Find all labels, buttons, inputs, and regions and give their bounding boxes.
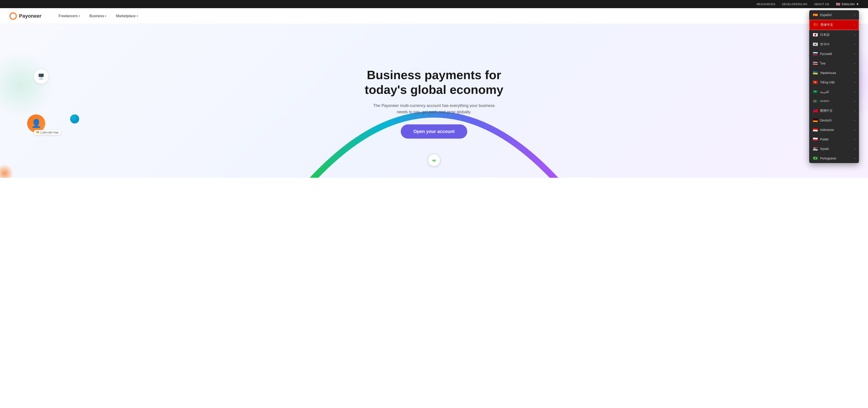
lang-chevron-icon: › <box>855 90 855 93</box>
lang-option[interactable]: 🇪🇸 Español › <box>809 10 859 20</box>
lang-name: Español <box>820 13 832 17</box>
lang-name: 日本語 <box>820 33 830 37</box>
lang-name: 繁體中文 <box>820 109 833 113</box>
english-flag-icon: 🇬🇧 <box>836 2 840 6</box>
lang-option[interactable]: 🇩🇪 Deutsch › <box>809 116 859 125</box>
lang-option[interactable]: 🇯🇵 日本語 › <box>809 30 859 39</box>
lang-flag-icon: 🇩🇪 <box>813 118 818 123</box>
language-label: ENGLISH <box>842 2 855 6</box>
lang-name: Polski <box>820 137 829 141</box>
language-selector-container: 🇬🇧 ENGLISH ▼ 🇪🇸 Español › 🇨🇳 简体中文 › 🇯🇵 日… <box>836 2 859 6</box>
lang-option[interactable]: 🇧🇷 Portuguese › <box>809 154 859 163</box>
lang-chevron-icon: › <box>855 62 855 65</box>
lang-name: Tiếng Việt <box>820 81 835 84</box>
business-label: Business <box>90 14 104 18</box>
business-nav-item[interactable]: Business ▾ <box>86 12 110 20</box>
upwork-badge: up <box>428 154 440 166</box>
resources-link[interactable]: RESOURCES <box>756 2 775 6</box>
marketplace-nav-item[interactable]: Marketplace ▾ <box>112 12 141 20</box>
lang-option[interactable]: 🇷🇺 Русский › <box>809 49 859 59</box>
monitor-icon-card: 🖥️ <box>34 69 49 84</box>
about-us-link[interactable]: ABOUT US <box>814 2 829 6</box>
lang-flag-icon: 🇯🇵 <box>813 32 818 37</box>
language-button[interactable]: 🇬🇧 ENGLISH ▼ <box>836 2 859 6</box>
freelancers-label: Freelancers <box>59 14 78 18</box>
lang-flag-icon: 🇹🇭 <box>813 61 818 66</box>
lang-name: ไทย <box>820 61 826 66</box>
lang-flag-icon: 🇷🇺 <box>813 51 818 56</box>
lang-name: Українська <box>820 71 836 75</box>
payment-icon: 💳 <box>36 131 39 134</box>
nav-links: Freelancers ▾ Business ▾ Marketplace ▾ <box>55 12 840 20</box>
person-avatar: 👤 <box>31 119 41 128</box>
lang-flag-icon: 🇨🇳 <box>813 22 818 27</box>
hero-title: Business payments for today's global eco… <box>365 68 503 97</box>
lang-name: 한국어 <box>820 42 830 46</box>
lang-option[interactable]: 🇸🇦 العربية › <box>809 87 859 97</box>
marketplace-chevron-icon: ▾ <box>136 14 138 18</box>
lang-flag-icon: 🇰🇷 <box>813 42 818 47</box>
lang-flag-icon: 🇧🇷 <box>813 156 818 161</box>
lang-flag-icon: 🇪🇸 <box>813 12 818 18</box>
logo[interactable]: Payoneer <box>9 12 41 20</box>
business-chevron-icon: ▾ <box>105 14 106 18</box>
lang-chevron-icon: › <box>855 33 855 36</box>
lang-name: বাংলাদেশ <box>820 99 829 103</box>
payment-label: Paid <box>53 131 58 134</box>
blue-dot-decoration <box>70 115 79 124</box>
lang-flag-icon: 🇷🇸 <box>813 146 818 151</box>
lang-chevron-icon: › <box>855 147 855 150</box>
top-bar: RESOURCES DEVELOPERS API ABOUT US 🇬🇧 ENG… <box>0 0 868 8</box>
logo-text: Payoneer <box>19 13 41 19</box>
hero-content: Business payments for today's global eco… <box>360 54 508 148</box>
payoneer-logo-ring <box>9 12 17 20</box>
lang-flag-icon: 🇧🇩 <box>813 99 818 104</box>
lang-chevron-icon: › <box>855 119 855 122</box>
lang-chevron-icon: › <box>855 128 855 131</box>
lang-option[interactable]: 🇮🇩 Indonesia › <box>809 125 859 134</box>
avatar-card: 👤 <box>27 115 45 132</box>
lang-name: Portuguese <box>820 157 836 160</box>
lang-option[interactable]: 🇺🇦 Українська › <box>809 68 859 77</box>
lang-flag-icon: 🇺🇦 <box>813 70 818 75</box>
developers-api-link[interactable]: DEVELOPERS API <box>782 2 807 6</box>
lang-option[interactable]: 🇷🇸 Srpski › <box>809 144 859 154</box>
lang-name: Deutsch <box>820 119 832 122</box>
hero-section: 🖥️ 👤 💳 1,200 USD Paid Business payments … <box>0 24 868 178</box>
lang-option[interactable]: 🇰🇷 한국어 › <box>809 39 859 49</box>
freelancers-chevron-icon: ▾ <box>79 14 80 18</box>
lang-chevron-icon: › <box>855 43 855 46</box>
lang-option[interactable]: 🇹🇭 ไทย › <box>809 59 859 68</box>
lang-chevron-icon: › <box>855 71 855 74</box>
freelancers-nav-item[interactable]: Freelancers ▾ <box>55 12 84 20</box>
lang-name: Русский <box>820 52 832 56</box>
lang-option[interactable]: 🇨🇳 简体中文 › <box>809 20 859 30</box>
hero-subtitle: The Payoneer multi-currency account has … <box>371 102 497 116</box>
payment-badge: 💳 1,200 USD Paid <box>34 130 61 135</box>
lang-chevron-icon: › <box>855 138 855 141</box>
lang-chevron-icon: › <box>855 13 855 17</box>
lang-flag-icon: 🇻🇳 <box>813 80 818 85</box>
lang-flag-icon: 🇵🇱 <box>813 137 818 142</box>
lang-flag-icon: 🇹🇼 <box>813 108 818 113</box>
lang-option[interactable]: 🇵🇱 Polski › <box>809 134 859 144</box>
lang-option[interactable]: 🇧🇩 বাংলাদেশ › <box>809 97 859 106</box>
lang-chevron-icon: › <box>855 100 855 103</box>
lang-flag-icon: 🇮🇩 <box>813 127 818 132</box>
lang-chevron-icon: › <box>854 23 855 27</box>
lang-chevron-icon: › <box>855 52 855 55</box>
payment-amount: 1,200 USD <box>40 131 53 134</box>
lang-name: العربية <box>820 90 829 94</box>
chevron-down-icon: ▼ <box>856 2 859 6</box>
lang-name: Indonesia <box>820 128 834 132</box>
lang-name: 简体中文 <box>820 23 833 27</box>
lang-option[interactable]: 🇻🇳 Tiếng Việt › <box>809 77 859 87</box>
svg-point-0 <box>10 13 16 19</box>
open-account-button[interactable]: Open your account <box>401 124 467 138</box>
lang-name: Srpski <box>820 147 829 151</box>
monitor-icon: 🖥️ <box>38 73 44 80</box>
language-dropdown: 🇪🇸 Español › 🇨🇳 简体中文 › 🇯🇵 日本語 › 🇰🇷 한국어 › <box>809 10 859 163</box>
lang-option[interactable]: 🇹🇼 繁體中文 › <box>809 106 859 116</box>
lang-chevron-icon: › <box>855 157 855 160</box>
main-nav: Payoneer Freelancers ▾ Business ▾ Market… <box>0 8 868 24</box>
